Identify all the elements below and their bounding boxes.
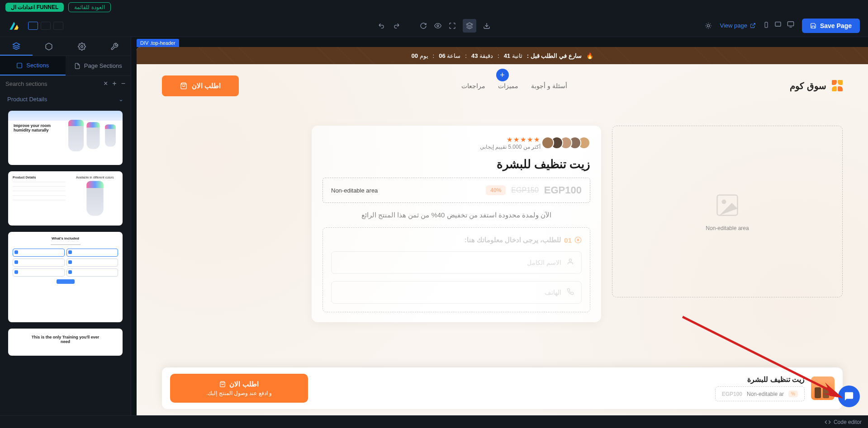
sticky-product-thumb — [811, 376, 835, 400]
view-page-link[interactable]: View page — [720, 22, 755, 29]
promo-description: الآن ولمدة محدودة استفد من تخفيض 40% من … — [323, 211, 590, 219]
product-title: زيت تنظيف للبشرة — [323, 157, 590, 171]
step-number: 01 — [564, 236, 572, 244]
svg-marker-1 — [466, 23, 472, 26]
sticky-title: زيت تنظيف للبشرة — [715, 375, 805, 384]
svg-point-13 — [577, 239, 579, 241]
chat-button[interactable] — [838, 386, 860, 407]
funnel-settings-button[interactable]: اعدادات ال FUNNEL — [5, 3, 64, 12]
redo-icon[interactable] — [392, 22, 400, 30]
accordion-product-details[interactable]: Product Details ⌄ — [0, 91, 131, 107]
code-icon — [825, 419, 831, 425]
svg-point-0 — [437, 25, 439, 27]
nav-tools[interactable] — [98, 37, 131, 56]
promo-prefix: سارع في الطلب قبل : — [527, 52, 582, 59]
thumb1-line1: Improve your room — [14, 123, 59, 128]
search-input[interactable] — [5, 80, 99, 87]
product-image-placeholder[interactable]: Non-editable area — [612, 126, 843, 297]
app-logo — [8, 20, 20, 32]
left-sidebar: Sections Page Sections × + − Product Det… — [0, 37, 131, 415]
add-section-button[interactable]: + — [496, 69, 509, 81]
layout-option-3[interactable] — [53, 22, 63, 30]
preview-icon[interactable] — [434, 22, 442, 30]
nav-link-1[interactable]: أسئلة و أجوبة — [531, 82, 567, 89]
section-thumb-2[interactable]: Product Details Available in different c… — [8, 171, 123, 226]
section-thumb-4[interactable]: This is the only Training you'll ever ne… — [8, 329, 123, 356]
form-title-text: للطلب، يرجى ادخال معلوماتك هنا: — [465, 236, 562, 244]
nav-link-2[interactable]: مميزات — [498, 82, 518, 89]
editor-header: View page Save Page — [0, 14, 868, 37]
name-placeholder: الاسم الكامل — [527, 259, 561, 266]
layers-icon[interactable] — [463, 19, 476, 33]
phone-input[interactable]: الهاتف — [331, 281, 582, 304]
save-page-button[interactable]: Save Page — [802, 19, 860, 33]
status-bar[interactable]: Code editor — [0, 415, 868, 428]
current-price: EGP100 — [544, 184, 582, 196]
view-page-label: View page — [720, 22, 747, 29]
svg-point-14 — [569, 259, 571, 261]
svg-rect-5 — [787, 22, 793, 26]
nav-box[interactable] — [33, 37, 65, 56]
phone-icon — [567, 288, 574, 297]
download-icon[interactable] — [483, 22, 491, 30]
sticky-order-button[interactable]: اطلب الان و ادفع عند وصول المنتج إليك. — [170, 374, 308, 403]
tab-page-sections-label: Page Sections — [84, 62, 122, 69]
nav-link-3[interactable]: مراجعات — [461, 82, 485, 89]
tab-sections[interactable]: Sections — [0, 56, 66, 75]
order-now-button[interactable]: اطلب الان — [162, 75, 239, 96]
selected-element-tag: DIV .top-header — [137, 39, 179, 47]
rating-row: ★★★★★ أكثر من 5.000 تقييم إيجابي — [323, 136, 590, 150]
save-label: Save Page — [820, 22, 852, 29]
panel-layout-switcher — [28, 22, 63, 30]
name-input[interactable]: الاسم الكامل — [331, 251, 582, 274]
fullscreen-icon[interactable] — [448, 22, 456, 30]
form-title: 01 للطلب، يرجى ادخال معلوماتك هنا: — [331, 236, 582, 244]
top-bar: اعدادات ال FUNNEL العودة للقائمة — [0, 0, 868, 14]
image-icon — [709, 192, 745, 219]
undo-icon[interactable] — [378, 22, 386, 30]
desktop-icon[interactable] — [787, 21, 795, 31]
svg-point-11 — [722, 200, 726, 204]
tablet-icon[interactable] — [774, 21, 782, 31]
section-thumb-3[interactable]: What's included ━━━━━━━━━━━━━━━━━━━━━━ — [8, 232, 123, 322]
order-btn-label: اطلب الان — [192, 82, 221, 90]
thumb2-left-title: Product Details — [13, 176, 36, 179]
theme-icon[interactable] — [704, 22, 712, 30]
sidebar-tabs: Sections Page Sections — [0, 56, 131, 76]
chevron-down-icon: ⌄ — [119, 96, 123, 103]
svg-rect-3 — [765, 22, 768, 28]
collapse-icon[interactable]: − — [121, 80, 125, 88]
sticky-order-sub: و ادفع عند وصول المنتج إليك. — [206, 390, 272, 396]
customer-avatars — [545, 136, 590, 149]
svg-point-8 — [81, 45, 83, 47]
device-preview-group — [763, 21, 795, 31]
section-thumbnails: Improve your room humidity naturally Pro… — [0, 107, 131, 415]
layout-option-1[interactable] — [28, 22, 38, 30]
sticky-order-bar: زيت تنظيف للبشرة % Non-editable ar EGP10… — [162, 367, 843, 409]
star-rating: ★★★★★ — [480, 136, 541, 144]
brand: سوق كوم — [790, 80, 843, 92]
refresh-icon[interactable] — [419, 22, 427, 30]
mobile-icon[interactable] — [763, 21, 769, 31]
non-editable-label: Non-editable area — [706, 225, 749, 231]
nav-settings[interactable] — [66, 37, 98, 56]
price-row[interactable]: Non-editable area 40% EGP150 EGP100 — [323, 178, 590, 203]
sticky-price-row: % Non-editable ar EGP100 — [715, 386, 805, 401]
thumb2-right-title: Available in different colors — [71, 176, 118, 179]
layout-option-2[interactable] — [41, 22, 51, 30]
accordion-label: Product Details — [7, 96, 47, 103]
tab-sections-label: Sections — [26, 62, 49, 69]
sticky-non-edit: Non-editable ar — [747, 391, 784, 397]
canvas-wrapper: DIV .top-header 🔥 سارع في الطلب قبل : ثا… — [131, 37, 868, 415]
nav-layers[interactable] — [0, 37, 33, 56]
add-icon[interactable]: + — [112, 80, 116, 88]
section-thumb-1[interactable]: Improve your room humidity naturally — [8, 111, 123, 165]
sidebar-nav — [0, 37, 131, 56]
back-to-list-button[interactable]: العودة للقائمة — [68, 2, 110, 12]
clear-icon[interactable]: × — [104, 80, 108, 88]
thumb1-line2: humidity naturally — [14, 128, 59, 132]
promo-bar[interactable]: 🔥 سارع في الطلب قبل : ثانية 41: دقيقة 43… — [137, 47, 868, 64]
page-canvas[interactable]: 🔥 سارع في الطلب قبل : ثانية 41: دقيقة 43… — [137, 47, 868, 415]
user-icon — [567, 258, 574, 267]
tab-page-sections[interactable]: Page Sections — [66, 56, 131, 75]
